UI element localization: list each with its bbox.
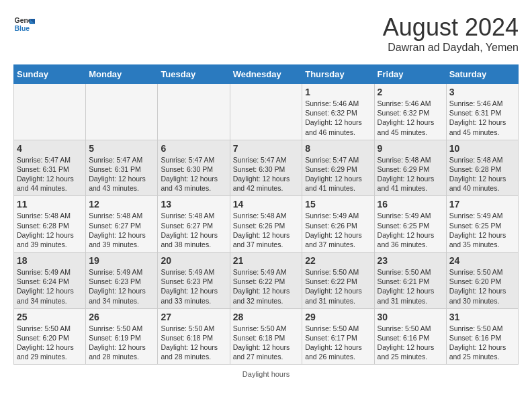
calendar-week-row: 4Sunrise: 5:47 AMSunset: 6:31 PMDaylight… (14, 140, 519, 196)
calendar-cell (14, 84, 86, 140)
day-number: 15 (305, 199, 371, 210)
day-number: 9 (378, 143, 443, 154)
day-info: Sunrise: 5:48 AMSunset: 6:27 PMDaylight:… (89, 211, 154, 249)
day-info: Sunrise: 5:49 AMSunset: 6:22 PMDaylight:… (233, 267, 300, 306)
day-info: Sunrise: 5:48 AMSunset: 6:28 PMDaylight:… (449, 155, 515, 193)
calendar-week-row: 18Sunrise: 5:49 AMSunset: 6:24 PMDayligh… (14, 253, 519, 309)
calendar-cell (86, 84, 158, 140)
calendar-cell: 1Sunrise: 5:46 AMSunset: 6:32 PMDaylight… (302, 84, 374, 140)
day-info: Sunrise: 5:47 AMSunset: 6:30 PMDaylight:… (233, 155, 300, 193)
day-info: Sunrise: 5:48 AMSunset: 6:28 PMDaylight:… (17, 211, 83, 249)
logo: General Blue (13, 13, 35, 35)
calendar-cell: 8Sunrise: 5:47 AMSunset: 6:29 PMDaylight… (302, 140, 374, 196)
day-number: 30 (378, 312, 443, 322)
day-number: 6 (161, 143, 226, 154)
day-number: 7 (233, 143, 300, 154)
calendar-cell: 5Sunrise: 5:47 AMSunset: 6:31 PMDaylight… (86, 140, 158, 196)
logo-icon: General Blue (13, 13, 35, 35)
day-number: 17 (449, 199, 515, 210)
calendar-cell: 10Sunrise: 5:48 AMSunset: 6:28 PMDayligh… (446, 140, 518, 196)
calendar-cell: 4Sunrise: 5:47 AMSunset: 6:31 PMDaylight… (14, 140, 86, 196)
day-info: Sunrise: 5:46 AMSunset: 6:31 PMDaylight:… (449, 99, 515, 137)
calendar-cell: 17Sunrise: 5:49 AMSunset: 6:25 PMDayligh… (446, 196, 518, 253)
day-info: Sunrise: 5:46 AMSunset: 6:32 PMDaylight:… (305, 99, 371, 137)
day-info: Sunrise: 5:47 AMSunset: 6:30 PMDaylight:… (161, 155, 226, 193)
calendar-cell: 7Sunrise: 5:47 AMSunset: 6:30 PMDaylight… (230, 140, 302, 196)
day-number: 13 (161, 199, 226, 210)
day-number: 12 (89, 199, 154, 210)
day-number: 16 (378, 199, 443, 210)
calendar-week-row: 25Sunrise: 5:50 AMSunset: 6:20 PMDayligh… (14, 308, 519, 365)
day-info: Sunrise: 5:50 AMSunset: 6:19 PMDaylight:… (89, 324, 154, 362)
day-number: 19 (89, 255, 154, 266)
calendar-cell: 13Sunrise: 5:48 AMSunset: 6:27 PMDayligh… (158, 196, 230, 253)
calendar-cell: 28Sunrise: 5:50 AMSunset: 6:18 PMDayligh… (230, 308, 302, 365)
day-info: Sunrise: 5:50 AMSunset: 6:16 PMDaylight:… (378, 324, 443, 362)
day-info: Sunrise: 5:47 AMSunset: 6:29 PMDaylight:… (305, 155, 371, 193)
calendar-week-row: 11Sunrise: 5:48 AMSunset: 6:28 PMDayligh… (14, 196, 519, 253)
location: Dawran ad Daydah, Yemen (383, 42, 519, 54)
calendar-cell: 30Sunrise: 5:50 AMSunset: 6:16 PMDayligh… (374, 308, 446, 365)
day-info: Sunrise: 5:48 AMSunset: 6:29 PMDaylight:… (378, 155, 443, 193)
calendar-day-header: Thursday (302, 65, 374, 84)
day-number: 31 (449, 312, 515, 322)
calendar-day-header: Sunday (14, 65, 86, 84)
footer: Daylight hours (13, 370, 519, 378)
day-info: Sunrise: 5:50 AMSunset: 6:16 PMDaylight:… (449, 324, 515, 362)
calendar-cell: 27Sunrise: 5:50 AMSunset: 6:18 PMDayligh… (158, 308, 230, 365)
calendar-cell: 25Sunrise: 5:50 AMSunset: 6:20 PMDayligh… (14, 308, 86, 365)
calendar-cell: 15Sunrise: 5:49 AMSunset: 6:26 PMDayligh… (302, 196, 374, 253)
day-info: Sunrise: 5:50 AMSunset: 6:17 PMDaylight:… (305, 324, 371, 362)
day-info: Sunrise: 5:49 AMSunset: 6:23 PMDaylight:… (161, 267, 226, 306)
day-info: Sunrise: 5:50 AMSunset: 6:20 PMDaylight:… (449, 267, 515, 306)
day-info: Sunrise: 5:48 AMSunset: 6:26 PMDaylight:… (233, 211, 300, 249)
calendar-day-header: Tuesday (158, 65, 230, 84)
calendar-cell: 20Sunrise: 5:49 AMSunset: 6:23 PMDayligh… (158, 253, 230, 309)
calendar-cell (158, 84, 230, 140)
day-number: 26 (89, 312, 154, 322)
day-info: Sunrise: 5:50 AMSunset: 6:21 PMDaylight:… (378, 267, 443, 306)
calendar-cell: 29Sunrise: 5:50 AMSunset: 6:17 PMDayligh… (302, 308, 374, 365)
calendar-cell (230, 84, 302, 140)
day-number: 21 (233, 255, 300, 266)
day-number: 2 (378, 87, 443, 97)
day-number: 20 (161, 255, 226, 266)
day-info: Sunrise: 5:49 AMSunset: 6:23 PMDaylight:… (89, 267, 154, 306)
day-number: 23 (378, 255, 443, 266)
calendar-table: SundayMondayTuesdayWednesdayThursdayFrid… (13, 64, 519, 365)
calendar-day-header: Friday (374, 65, 446, 84)
footer-note: Daylight hours (242, 370, 290, 378)
day-number: 1 (305, 87, 371, 97)
calendar-cell: 16Sunrise: 5:49 AMSunset: 6:25 PMDayligh… (374, 196, 446, 253)
calendar-cell: 19Sunrise: 5:49 AMSunset: 6:23 PMDayligh… (86, 253, 158, 309)
day-info: Sunrise: 5:49 AMSunset: 6:25 PMDaylight:… (378, 211, 443, 249)
day-number: 27 (161, 312, 226, 322)
calendar-day-header: Wednesday (230, 65, 302, 84)
calendar-cell: 21Sunrise: 5:49 AMSunset: 6:22 PMDayligh… (230, 253, 302, 309)
day-info: Sunrise: 5:49 AMSunset: 6:25 PMDaylight:… (449, 211, 515, 249)
day-info: Sunrise: 5:47 AMSunset: 6:31 PMDaylight:… (17, 155, 83, 193)
calendar-cell: 23Sunrise: 5:50 AMSunset: 6:21 PMDayligh… (374, 253, 446, 309)
calendar-cell: 24Sunrise: 5:50 AMSunset: 6:20 PMDayligh… (446, 253, 518, 309)
day-info: Sunrise: 5:50 AMSunset: 6:22 PMDaylight:… (305, 267, 371, 306)
calendar-cell: 9Sunrise: 5:48 AMSunset: 6:29 PMDaylight… (374, 140, 446, 196)
day-number: 18 (17, 255, 83, 266)
day-number: 14 (233, 199, 300, 210)
calendar-cell: 14Sunrise: 5:48 AMSunset: 6:26 PMDayligh… (230, 196, 302, 253)
calendar-cell: 18Sunrise: 5:49 AMSunset: 6:24 PMDayligh… (14, 253, 86, 309)
day-info: Sunrise: 5:49 AMSunset: 6:24 PMDaylight:… (17, 267, 83, 306)
day-number: 22 (305, 255, 371, 266)
calendar-week-row: 1Sunrise: 5:46 AMSunset: 6:32 PMDaylight… (14, 84, 519, 140)
day-info: Sunrise: 5:46 AMSunset: 6:32 PMDaylight:… (378, 99, 443, 137)
day-number: 29 (305, 312, 371, 322)
day-number: 8 (305, 143, 371, 154)
day-number: 10 (449, 143, 515, 154)
calendar-cell: 6Sunrise: 5:47 AMSunset: 6:30 PMDaylight… (158, 140, 230, 196)
calendar-cell: 26Sunrise: 5:50 AMSunset: 6:19 PMDayligh… (86, 308, 158, 365)
svg-text:Blue: Blue (15, 25, 30, 32)
calendar-day-header: Monday (86, 65, 158, 84)
day-number: 4 (17, 143, 83, 154)
calendar-cell: 12Sunrise: 5:48 AMSunset: 6:27 PMDayligh… (86, 196, 158, 253)
day-number: 3 (449, 87, 515, 97)
calendar-cell: 2Sunrise: 5:46 AMSunset: 6:32 PMDaylight… (374, 84, 446, 140)
